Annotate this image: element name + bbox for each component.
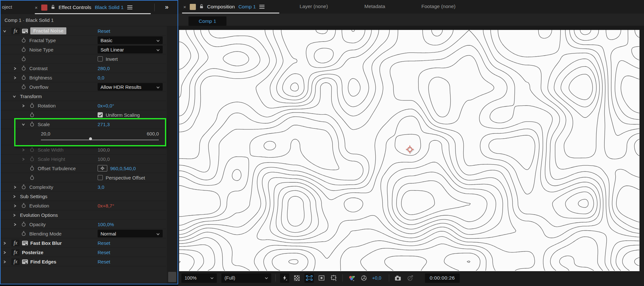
expander-icon[interactable] xyxy=(3,28,6,34)
reset-link[interactable]: Reset xyxy=(98,28,110,34)
reset-link[interactable]: Reset xyxy=(98,250,110,255)
tab-metadata[interactable]: Metadata xyxy=(364,4,385,9)
group-row[interactable]: Sub Settings xyxy=(1,192,166,201)
show-snapshot-icon[interactable] xyxy=(406,273,415,283)
group-row[interactable]: Evolution Options xyxy=(1,210,166,220)
reset-exposure-icon[interactable] xyxy=(359,273,369,283)
view-options-icon[interactable] xyxy=(329,273,338,283)
stopwatch-icon[interactable] xyxy=(21,222,26,227)
expander-icon[interactable] xyxy=(22,103,25,108)
stopwatch-icon[interactable] xyxy=(21,75,26,80)
effect-name[interactable]: Fractal Noise xyxy=(30,27,66,34)
mask-and-shape-paths-icon[interactable] xyxy=(317,273,326,283)
expander-icon[interactable] xyxy=(13,94,16,99)
property-value[interactable]: 100,0% xyxy=(98,222,114,227)
stopwatch-icon[interactable] xyxy=(21,203,26,208)
property-dropdown[interactable]: Allow HDR Results xyxy=(98,83,163,91)
stopwatch-icon[interactable] xyxy=(21,47,26,52)
stopwatch-icon[interactable] xyxy=(30,156,35,161)
more-panels-icon[interactable]: » xyxy=(165,3,168,11)
property-dropdown[interactable]: Soft Linear xyxy=(98,46,163,53)
property-value[interactable]: 3,0 xyxy=(98,184,104,190)
magnification-dropdown[interactable]: 100% xyxy=(181,273,217,283)
expander-icon[interactable] xyxy=(14,66,16,71)
property-row[interactable]: Brightness0,0 xyxy=(1,73,166,82)
property-value[interactable]: 960,0,540,0 xyxy=(110,166,136,171)
show-channels-icon[interactable] xyxy=(347,273,356,283)
property-value[interactable]: 0,0 xyxy=(98,75,104,80)
property-row[interactable]: Scale Width100,0 xyxy=(1,145,166,154)
stopwatch-icon[interactable] xyxy=(30,112,35,117)
expander-icon[interactable] xyxy=(22,147,25,152)
stopwatch-icon[interactable] xyxy=(21,231,26,236)
stopwatch-icon[interactable] xyxy=(30,175,35,180)
property-value[interactable]: 100,0 xyxy=(98,147,110,152)
layer-color-swatch[interactable] xyxy=(41,5,47,11)
transparency-grid-icon[interactable] xyxy=(292,273,302,283)
checkbox[interactable] xyxy=(98,56,103,61)
property-dropdown[interactable]: Normal xyxy=(98,230,163,237)
checkbox[interactable] xyxy=(98,112,103,117)
property-value[interactable]: 0x+8,7° xyxy=(98,203,114,208)
control-point-button[interactable] xyxy=(98,165,107,171)
expander-icon[interactable] xyxy=(14,222,16,227)
snapshot-icon[interactable] xyxy=(393,273,403,283)
region-of-interest-icon[interactable] xyxy=(304,273,314,283)
lock-icon[interactable] xyxy=(199,4,204,10)
fast-preview-icon[interactable] xyxy=(280,273,289,283)
composition-viewport[interactable] xyxy=(179,30,639,271)
expander-icon[interactable] xyxy=(14,184,16,190)
expander-icon[interactable] xyxy=(13,212,16,218)
exposure-value[interactable]: +0,0 xyxy=(372,275,381,281)
property-dropdown[interactable]: Basic xyxy=(98,36,163,44)
effect-row[interactable]: fxFractal NoiseReset xyxy=(1,26,166,36)
stopwatch-icon[interactable] xyxy=(30,103,35,108)
property-row[interactable]: Evolution0x+8,7° xyxy=(1,201,166,210)
expander-icon[interactable] xyxy=(13,194,16,199)
effect-name[interactable]: Fast Box Blur xyxy=(30,240,62,246)
property-value[interactable]: 0x+0,0° xyxy=(98,103,114,108)
effect-name[interactable]: Find Edges xyxy=(30,259,56,264)
resolution-dropdown[interactable]: (Full) xyxy=(221,273,271,283)
property-value[interactable]: 100,0 xyxy=(98,156,110,162)
stopwatch-icon[interactable] xyxy=(21,56,26,61)
stopwatch-icon[interactable] xyxy=(21,84,26,89)
expander-icon[interactable] xyxy=(3,259,6,264)
expander-icon[interactable] xyxy=(22,156,25,162)
property-row[interactable]: Fractal TypeBasic xyxy=(1,36,166,45)
property-row[interactable]: Scale Height100,0 xyxy=(1,154,166,164)
property-row[interactable]: Invert xyxy=(1,54,166,64)
expander-icon[interactable] xyxy=(14,75,16,80)
reset-link[interactable]: Reset xyxy=(98,240,110,246)
group-label[interactable]: Evolution Options xyxy=(20,212,58,218)
stopwatch-icon[interactable] xyxy=(21,38,26,43)
effect-row[interactable]: fxFind EdgesReset xyxy=(1,257,166,266)
tab-layer[interactable]: Layer (none) xyxy=(300,4,328,9)
scrollbar-track[interactable] xyxy=(167,26,178,284)
lock-icon[interactable] xyxy=(51,5,55,10)
group-label[interactable]: Sub Settings xyxy=(20,194,47,199)
property-value[interactable]: 280,0 xyxy=(98,66,110,71)
property-row[interactable]: OverflowAllow HDR Results xyxy=(1,82,166,92)
checkbox[interactable] xyxy=(98,175,103,180)
property-row[interactable]: Blending ModeNormal xyxy=(1,229,166,238)
close-icon[interactable]: × xyxy=(183,5,186,9)
comp-1-tab[interactable]: Comp 1 xyxy=(188,16,226,26)
property-row[interactable]: Noise TypeSoft Linear xyxy=(1,45,166,54)
comp-color-swatch[interactable] xyxy=(190,4,196,10)
timecode-display[interactable]: 0:00:00:26 xyxy=(425,273,460,283)
close-icon[interactable]: × xyxy=(35,5,38,10)
property-row[interactable]: Opacity100,0% xyxy=(1,220,166,229)
tab-project[interactable]: oject xyxy=(2,4,12,10)
stopwatch-icon[interactable] xyxy=(30,166,35,171)
panel-menu-icon[interactable] xyxy=(259,5,264,9)
tab-composition[interactable]: × Composition Comp 1 xyxy=(183,0,264,14)
tab-footage[interactable]: Footage (none) xyxy=(421,4,456,9)
expander-icon[interactable] xyxy=(3,240,6,246)
reset-link[interactable]: Reset xyxy=(98,259,110,264)
expander-icon[interactable] xyxy=(3,250,6,255)
property-row[interactable]: Offset Turbulence960,0,540,0 xyxy=(1,164,166,173)
stopwatch-icon[interactable] xyxy=(30,147,35,152)
property-row[interactable]: Rotation0x+0,0° xyxy=(1,101,166,110)
effect-row[interactable]: fxPosterizeReset xyxy=(1,248,166,257)
